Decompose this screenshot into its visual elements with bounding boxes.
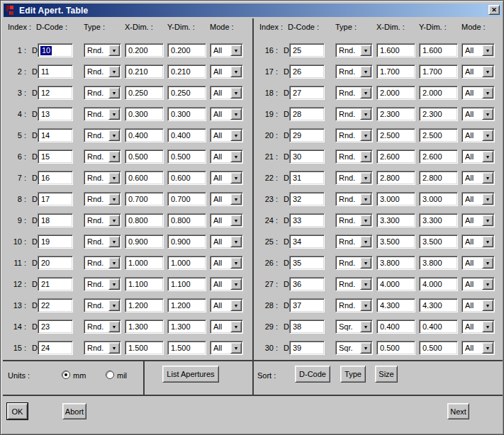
chevron-down-icon[interactable]: ▼ <box>108 342 120 354</box>
sort-size-button[interactable]: Size <box>375 366 398 383</box>
chevron-down-icon[interactable]: ▼ <box>230 236 242 247</box>
dcode-input[interactable]: 25 <box>289 43 325 57</box>
chevron-down-icon[interactable]: ▼ <box>482 257 493 269</box>
type-dropdown[interactable]: Rnd. ▼ <box>84 341 121 355</box>
ydim-input[interactable]: 0.400 <box>419 320 458 334</box>
chevron-down-icon[interactable]: ▼ <box>230 130 242 141</box>
chevron-down-icon[interactable]: ▼ <box>108 172 120 183</box>
chevron-down-icon[interactable]: ▼ <box>482 66 493 77</box>
chevron-down-icon[interactable]: ▼ <box>230 151 242 162</box>
xdim-input[interactable]: 1.600 <box>376 43 415 57</box>
xdim-input[interactable]: 0.600 <box>125 171 164 185</box>
chevron-down-icon[interactable]: ▼ <box>230 172 242 183</box>
chevron-down-icon[interactable]: ▼ <box>108 257 120 269</box>
chevron-down-icon[interactable]: ▼ <box>108 45 120 56</box>
mode-dropdown[interactable]: All ▼ <box>461 128 495 142</box>
mode-dropdown[interactable]: All ▼ <box>461 86 495 100</box>
mode-dropdown[interactable]: All ▼ <box>210 43 243 57</box>
mode-dropdown[interactable]: All ▼ <box>461 43 495 57</box>
dcode-input[interactable]: 27 <box>289 86 325 100</box>
mode-dropdown[interactable]: All ▼ <box>210 107 243 121</box>
mode-dropdown[interactable]: All ▼ <box>210 256 243 270</box>
mode-dropdown[interactable]: All ▼ <box>210 235 243 249</box>
xdim-input[interactable]: 2.000 <box>376 86 415 100</box>
ydim-input[interactable]: 2.000 <box>419 86 458 100</box>
chevron-down-icon[interactable]: ▼ <box>230 66 242 77</box>
mode-dropdown[interactable]: All ▼ <box>210 171 243 185</box>
type-dropdown[interactable]: Rnd. ▼ <box>84 86 121 100</box>
ydim-input[interactable]: 1.000 <box>167 256 206 270</box>
ydim-input[interactable]: 0.800 <box>167 213 206 227</box>
xdim-input[interactable]: 1.200 <box>125 298 164 312</box>
dcode-input[interactable]: 31 <box>289 171 325 185</box>
xdim-input[interactable]: 0.900 <box>125 235 164 249</box>
chevron-down-icon[interactable]: ▼ <box>230 108 242 120</box>
chevron-down-icon[interactable]: ▼ <box>108 193 120 205</box>
chevron-down-icon[interactable]: ▼ <box>108 66 120 77</box>
ydim-input[interactable]: 0.500 <box>419 341 458 355</box>
chevron-down-icon[interactable]: ▼ <box>360 172 371 183</box>
dcode-input[interactable]: 30 <box>289 149 325 164</box>
type-dropdown[interactable]: Sqr. ▼ <box>335 341 373 355</box>
ok-button[interactable]: OK <box>7 403 28 419</box>
dcode-input[interactable]: 29 <box>289 128 325 142</box>
type-dropdown[interactable]: Rnd. ▼ <box>335 235 373 249</box>
chevron-down-icon[interactable]: ▼ <box>482 151 493 162</box>
chevron-down-icon[interactable]: ▼ <box>482 45 493 56</box>
mode-dropdown[interactable]: All ▼ <box>210 64 243 79</box>
chevron-down-icon[interactable]: ▼ <box>230 321 242 332</box>
mode-dropdown[interactable]: All ▼ <box>461 171 495 185</box>
chevron-down-icon[interactable]: ▼ <box>360 321 371 332</box>
chevron-down-icon[interactable]: ▼ <box>360 300 371 311</box>
ydim-input[interactable]: 0.400 <box>167 128 206 142</box>
xdim-input[interactable]: 2.800 <box>376 171 415 185</box>
ydim-input[interactable]: 3.000 <box>419 192 458 206</box>
dcode-input[interactable]: 39 <box>289 341 325 355</box>
mode-dropdown[interactable]: All ▼ <box>461 149 495 164</box>
type-dropdown[interactable]: Rnd. ▼ <box>335 149 373 164</box>
type-dropdown[interactable]: Rnd. ▼ <box>335 277 373 291</box>
ydim-input[interactable]: 1.700 <box>419 64 458 79</box>
type-dropdown[interactable]: Rnd. ▼ <box>84 192 121 206</box>
units-mm-label[interactable]: mm <box>73 371 86 380</box>
chevron-down-icon[interactable]: ▼ <box>230 300 242 311</box>
abort-button[interactable]: Abort <box>62 403 86 419</box>
mode-dropdown[interactable]: All ▼ <box>461 256 495 270</box>
dcode-input[interactable]: 24 <box>38 341 73 355</box>
dcode-input[interactable]: 36 <box>289 277 325 291</box>
dcode-input[interactable]: 21 <box>38 277 73 291</box>
chevron-down-icon[interactable]: ▼ <box>482 342 493 354</box>
type-dropdown[interactable]: Rnd. ▼ <box>84 149 121 164</box>
chevron-down-icon[interactable]: ▼ <box>230 215 242 226</box>
dcode-input[interactable]: 23 <box>38 320 73 334</box>
chevron-down-icon[interactable]: ▼ <box>360 193 371 205</box>
dcode-input[interactable]: 18 <box>38 213 73 227</box>
chevron-down-icon[interactable]: ▼ <box>108 108 120 120</box>
mode-dropdown[interactable]: All ▼ <box>210 341 243 355</box>
mode-dropdown[interactable]: All ▼ <box>461 277 495 291</box>
ydim-input[interactable]: 3.500 <box>419 235 458 249</box>
chevron-down-icon[interactable]: ▼ <box>482 236 493 247</box>
xdim-input[interactable]: 2.300 <box>376 107 415 121</box>
type-dropdown[interactable]: Rnd. ▼ <box>84 277 121 291</box>
title-bar[interactable]: Edit Apert. Table ✕ <box>4 4 502 17</box>
chevron-down-icon[interactable]: ▼ <box>482 300 493 311</box>
type-dropdown[interactable]: Rnd. ▼ <box>335 43 373 57</box>
chevron-down-icon[interactable]: ▼ <box>360 66 371 77</box>
chevron-down-icon[interactable]: ▼ <box>230 45 242 56</box>
dcode-input[interactable]: 13 <box>38 107 73 121</box>
type-dropdown[interactable]: Rnd. ▼ <box>335 256 373 270</box>
chevron-down-icon[interactable]: ▼ <box>360 236 371 247</box>
mode-dropdown[interactable]: All ▼ <box>461 235 495 249</box>
dcode-input[interactable]: 32 <box>289 192 325 206</box>
ydim-input[interactable]: 2.300 <box>419 107 458 121</box>
dcode-input[interactable]: 33 <box>289 213 325 227</box>
xdim-input[interactable]: 4.000 <box>376 277 415 291</box>
xdim-input[interactable]: 3.300 <box>376 213 415 227</box>
mode-dropdown[interactable]: All ▼ <box>461 107 495 121</box>
type-dropdown[interactable]: Rnd. ▼ <box>84 320 121 334</box>
dcode-input[interactable]: 17 <box>38 192 73 206</box>
type-dropdown[interactable]: Rnd. ▼ <box>84 298 121 312</box>
mode-dropdown[interactable]: All ▼ <box>461 320 495 334</box>
chevron-down-icon[interactable]: ▼ <box>230 342 242 354</box>
